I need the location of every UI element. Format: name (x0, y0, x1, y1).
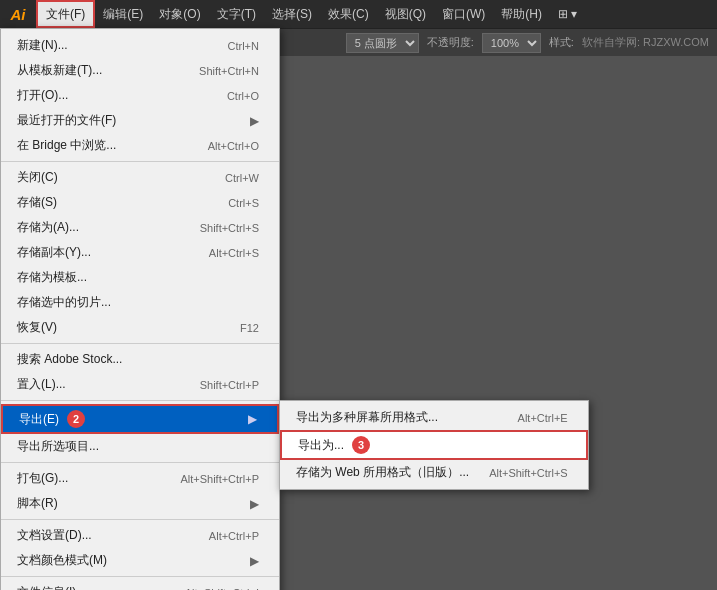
menu-file-info[interactable]: 文件信息(I)... Alt+Shift+Ctrl+I (1, 580, 279, 590)
menu-item-help[interactable]: 帮助(H) (493, 0, 550, 28)
menu-item-view[interactable]: 视图(Q) (377, 0, 434, 28)
menu-open[interactable]: 打开(O)... Ctrl+O (1, 83, 279, 108)
menu-export-container: 导出(E) 2 ▶ 导出为多种屏幕所用格式... Alt+Ctrl+E 导出为.… (1, 404, 279, 434)
menu-item-grid[interactable]: ⊞ ▾ (550, 0, 585, 28)
submenu-save-web[interactable]: 存储为 Web 所用格式（旧版）... Alt+Shift+Ctrl+S (280, 460, 588, 485)
separator-5 (1, 519, 279, 520)
menu-doc-settings[interactable]: 文档设置(D)... Alt+Ctrl+P (1, 523, 279, 548)
separator-3 (1, 400, 279, 401)
menu-doc-color[interactable]: 文档颜色模式(M) ▶ (1, 548, 279, 573)
menu-save[interactable]: 存储(S) Ctrl+S (1, 190, 279, 215)
file-dropdown-menu: 新建(N)... Ctrl+N 从模板新建(T)... Shift+Ctrl+N… (0, 28, 280, 590)
menu-item-window[interactable]: 窗口(W) (434, 0, 493, 28)
separator-4 (1, 462, 279, 463)
menu-export-selected[interactable]: 导出所选项目... (1, 434, 279, 459)
menu-scripts[interactable]: 脚本(R) ▶ (1, 491, 279, 516)
menu-recent[interactable]: 最近打开的文件(F) ▶ (1, 108, 279, 133)
style-label: 样式: (549, 35, 574, 50)
dropdown-overlay: 新建(N)... Ctrl+N 从模板新建(T)... Shift+Ctrl+N… (0, 28, 280, 590)
app-logo: Ai (0, 0, 36, 28)
menu-place[interactable]: 置入(L)... Shift+Ctrl+P (1, 372, 279, 397)
menu-item-file[interactable]: 文件(F) (36, 0, 95, 28)
menu-close[interactable]: 关闭(C) Ctrl+W (1, 165, 279, 190)
menu-revert[interactable]: 恢复(V) F12 (1, 315, 279, 340)
watermark: 软件自学网: RJZXW.COM (582, 35, 709, 50)
toolbar-right: 5 点圆形 不透明度: 100% 样式: 软件自学网: RJZXW.COM (346, 33, 709, 53)
menu-bar: Ai 文件(F) 编辑(E) 对象(O) 文字(T) 选择(S) 效果(C) 视… (0, 0, 717, 28)
menu-search-stock[interactable]: 搜索 Adobe Stock... (1, 347, 279, 372)
separator-6 (1, 576, 279, 577)
separator-2 (1, 343, 279, 344)
submenu-export-as[interactable]: 导出为... 3 (280, 430, 588, 460)
menu-item-edit[interactable]: 编辑(E) (95, 0, 151, 28)
menu-bridge[interactable]: 在 Bridge 中浏览... Alt+Ctrl+O (1, 133, 279, 158)
menu-save-slices[interactable]: 存储选中的切片... (1, 290, 279, 315)
menu-item-text[interactable]: 文字(T) (209, 0, 264, 28)
menu-item-effect[interactable]: 效果(C) (320, 0, 377, 28)
menu-items: 文件(F) 编辑(E) 对象(O) 文字(T) 选择(S) 效果(C) 视图(Q… (36, 0, 585, 28)
menu-save-copy[interactable]: 存储副本(Y)... Alt+Ctrl+S (1, 240, 279, 265)
menu-package[interactable]: 打包(G)... Alt+Shift+Ctrl+P (1, 466, 279, 491)
menu-item-select[interactable]: 选择(S) (264, 0, 320, 28)
separator-1 (1, 161, 279, 162)
menu-new-template[interactable]: 从模板新建(T)... Shift+Ctrl+N (1, 58, 279, 83)
menu-export[interactable]: 导出(E) 2 ▶ (1, 404, 279, 434)
menu-save-as[interactable]: 存储为(A)... Shift+Ctrl+S (1, 215, 279, 240)
export-badge: 2 (67, 410, 85, 428)
export-submenu: 导出为多种屏幕所用格式... Alt+Ctrl+E 导出为... 3 存储为 W… (279, 400, 589, 490)
submenu-export-screens[interactable]: 导出为多种屏幕所用格式... Alt+Ctrl+E (280, 405, 588, 430)
shape-select[interactable]: 5 点圆形 (346, 33, 419, 53)
export-as-badge: 3 (352, 436, 370, 454)
menu-new[interactable]: 新建(N)... Ctrl+N (1, 33, 279, 58)
menu-item-object[interactable]: 对象(O) (151, 0, 208, 28)
menu-save-template[interactable]: 存储为模板... (1, 265, 279, 290)
opacity-select[interactable]: 100% (482, 33, 541, 53)
opacity-label: 不透明度: (427, 35, 474, 50)
